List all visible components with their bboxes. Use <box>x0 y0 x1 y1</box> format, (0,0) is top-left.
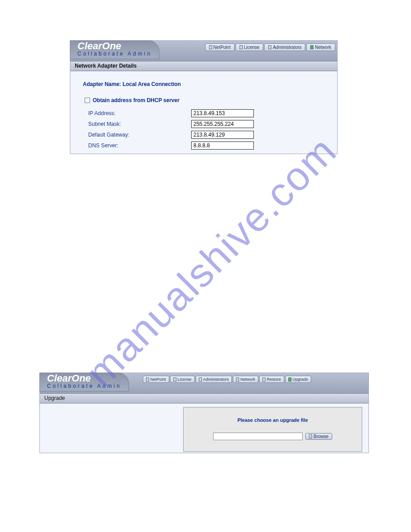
brand-subtitle: Collaborate Admin <box>47 383 121 389</box>
brand-logo: ClearOne <box>77 42 152 51</box>
tab-netpoint[interactable]: NetPoint <box>205 43 235 51</box>
gateway-label: Default Gateway: <box>88 132 191 138</box>
mask-label: Subnet Mask: <box>88 121 191 127</box>
tabs-bar: NetPoint License Administrators Network <box>205 43 335 51</box>
brand-logo: ClearOne <box>47 374 121 383</box>
dns-label: DNS Server: <box>88 142 191 149</box>
tab-license[interactable]: License <box>235 43 263 51</box>
tab-netpoint[interactable]: NetPoint <box>143 376 169 383</box>
tab-label: Upgrade <box>293 377 308 382</box>
tab-icon <box>240 45 243 49</box>
tab-license[interactable]: License <box>170 376 195 383</box>
browse-button[interactable]: Browse <box>305 433 332 440</box>
gateway-row: Default Gateway: <box>88 129 328 140</box>
tab-administrators[interactable]: Administrators <box>264 43 305 51</box>
gateway-input[interactable] <box>191 131 254 139</box>
tab-label: License <box>244 45 259 50</box>
tab-label: Network <box>315 45 331 50</box>
tab-label: NetPoint <box>214 45 231 50</box>
dhcp-checkbox[interactable] <box>85 98 90 103</box>
browse-label: Browse <box>313 434 328 439</box>
adapter-name-label: Adapter Name: <box>83 81 121 87</box>
tab-label: Restore <box>267 377 281 382</box>
tab-icon <box>173 378 176 382</box>
adapter-name-line: Adapter Name: Local Area Connection <box>83 81 328 87</box>
upgrade-message: Please choose an upgrade file <box>184 417 362 423</box>
tab-icon <box>209 45 212 49</box>
dhcp-label: Obtain address from DHCP server <box>93 97 180 103</box>
tab-administrators[interactable]: Administrators <box>196 376 232 383</box>
tab-icon <box>146 378 149 382</box>
brand-subtitle: Collaborate Admin <box>77 51 152 57</box>
tab-icon <box>310 45 313 49</box>
tab-label: Administrators <box>203 377 229 382</box>
upgrade-file-input[interactable] <box>213 433 303 440</box>
panel-title: Upgrade <box>40 394 368 403</box>
dns-input[interactable] <box>191 142 254 150</box>
mask-input[interactable] <box>191 120 254 128</box>
tab-label: License <box>178 377 192 382</box>
tab-icon <box>199 378 202 382</box>
tab-label: Administrators <box>273 45 301 50</box>
adapter-name-value: Local Area Connection <box>123 81 181 87</box>
tab-icon <box>236 378 239 382</box>
brand-tab: ClearOne Collaborate Admin <box>70 40 159 59</box>
tab-icon <box>268 45 271 49</box>
tab-network[interactable]: Network <box>306 43 335 51</box>
ip-label: IP Address: <box>88 110 191 116</box>
header-bar: ClearOne Collaborate Admin NetPoint Lice… <box>70 41 337 61</box>
mask-row: Subnet Mask: <box>88 119 328 129</box>
tab-restore[interactable]: Restore <box>259 376 284 383</box>
ip-row: IP Address: <box>88 108 328 119</box>
tab-upgrade[interactable]: Upgrade <box>285 376 312 383</box>
panel-title: Network Adapter Details <box>70 61 337 71</box>
file-row: Browse <box>184 433 362 440</box>
upgrade-panel: ClearOne Collaborate Admin NetPoint Lice… <box>39 373 369 453</box>
dhcp-row: Obtain address from DHCP server <box>85 97 328 103</box>
tab-network[interactable]: Network <box>233 376 258 383</box>
ip-input[interactable] <box>191 109 254 117</box>
network-content: Adapter Name: Local Area Connection Obta… <box>70 72 337 154</box>
tabs-bar: NetPoint License Administrators Network … <box>143 376 311 383</box>
tab-label: Network <box>240 377 255 382</box>
tab-icon <box>288 378 291 382</box>
brand-tab: ClearOne Collaborate Admin <box>39 373 129 391</box>
tab-label: NetPoint <box>150 377 166 382</box>
upgrade-box: Please choose an upgrade file Browse <box>183 407 362 452</box>
network-panel: ClearOne Collaborate Admin NetPoint Lice… <box>70 40 338 154</box>
upgrade-content: Please choose an upgrade file Browse <box>40 404 368 453</box>
browse-icon <box>309 434 312 438</box>
dns-row: DNS Server: <box>88 140 328 151</box>
header-bar: ClearOne Collaborate Admin NetPoint Lice… <box>40 373 368 394</box>
tab-icon <box>262 378 265 382</box>
